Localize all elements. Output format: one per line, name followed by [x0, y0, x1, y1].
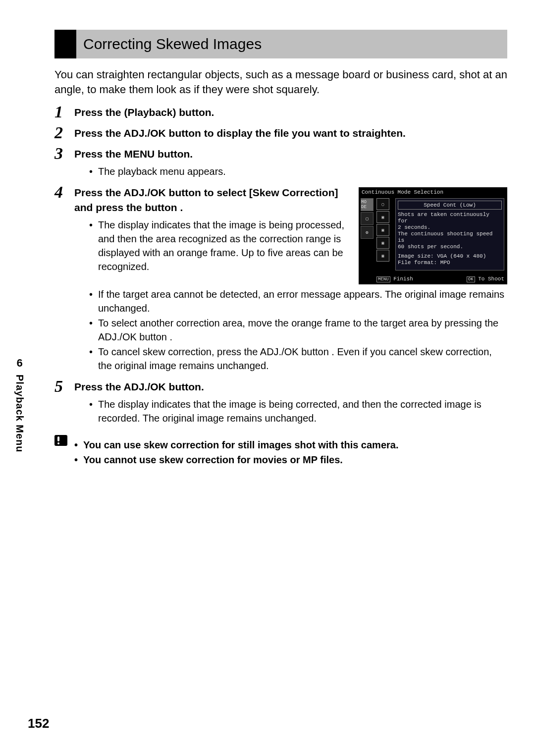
chapter-number: 6 — [16, 357, 22, 370]
step-3: 3 Press the MENU button. The playback me… — [54, 147, 507, 179]
lcd-line-1: Shots are taken continuously for — [398, 212, 502, 224]
lcd-tab-mode: MO DE — [361, 198, 374, 211]
title-black-block — [54, 30, 76, 58]
step-5: 5 Press the ADJ./OK button. The display … — [54, 379, 507, 426]
lcd-tab-camera: ▢ — [361, 212, 374, 225]
step-5-bullet-1: The display indicates that the image is … — [89, 397, 507, 425]
caution-block: You can use skew correction for still im… — [54, 435, 507, 468]
step-number-1: 1 — [54, 105, 74, 120]
lcd-option-icons: ▢ ▣ ▣ ▣ ▣ — [376, 198, 389, 263]
caution-2: You cannot use skew correction for movie… — [74, 453, 507, 467]
lcd-ok-group: OK To Shoot — [467, 276, 504, 282]
step-number-5: 5 — [54, 379, 74, 426]
lcd-line-5: Image size: VGA (640 x 480) — [398, 253, 502, 260]
lcd-mode-tabs: MO DE ▢ ⚙ — [361, 198, 374, 240]
lcd-menu-btn: MENU — [376, 276, 390, 282]
lcd-line-3: The continuous shooting speed is — [398, 231, 502, 244]
step-5-bullets: The display indicates that the image is … — [89, 397, 507, 425]
lcd-ok-btn: OK — [467, 276, 475, 282]
lcd-line-4: 60 shots per second. — [398, 244, 502, 250]
caution-1: You can use skew correction for still im… — [74, 438, 507, 452]
step-4-bullet-2: If the target area cannot be detected, a… — [89, 287, 507, 315]
lcd-menu-group: MENU Finish — [376, 276, 413, 282]
section-title: Correcting Skewed Images — [83, 36, 262, 53]
step-4-bullet-3: To select another correction area, move … — [89, 316, 507, 344]
step-2: 2 Press the ADJ./OK button to display th… — [54, 126, 507, 141]
step-1-head: Press the (Playback) button. — [74, 105, 507, 120]
lcd-line-6: File format: MPO — [398, 260, 502, 266]
step-3-head: Press the MENU button. — [74, 147, 507, 162]
lcd-title: Continuous Mode Selection — [362, 189, 443, 195]
page-number: 152 — [28, 716, 49, 731]
side-chapter-tab: 6 Playback Menu — [14, 357, 25, 453]
step-1: 1 Press the (Playback) button. — [54, 105, 507, 120]
step-number-4: 4 — [54, 185, 74, 374]
section-title-bar: Correcting Skewed Images — [54, 30, 507, 58]
lcd-speed-label: Speed Cont (Low) — [398, 201, 502, 210]
lcd-finish-label: Finish — [393, 276, 413, 282]
step-4: 4 Press the ADJ./OK button to select [Sk… — [54, 185, 507, 374]
lcd-footer: MENU Finish OK To Shoot — [376, 276, 504, 282]
step-4-head: Press the ADJ./OK button to select [Skew… — [74, 185, 349, 215]
step-4-bullet-1: The display indicates that the image is … — [89, 218, 349, 273]
step-4-bullets-a: The display indicates that the image is … — [89, 218, 349, 273]
step-number-2: 2 — [54, 126, 74, 141]
step-4-bullet-4: To cancel skew correction, press the ADJ… — [89, 345, 507, 373]
step-number-3: 3 — [54, 147, 74, 179]
lcd-opt-2: ▣ — [376, 211, 389, 223]
chapter-label: Playback Menu — [14, 375, 25, 453]
lcd-opt-1: ▢ — [376, 198, 389, 210]
step-2-head: Press the ADJ./OK button to display the … — [74, 126, 507, 141]
caution-icon — [54, 435, 67, 446]
intro-paragraph: You can straighten rectangular objects, … — [54, 67, 507, 97]
lcd-opt-5: ▣ — [376, 250, 389, 262]
step-3-bullet-1: The playback menu appears. — [89, 164, 507, 178]
manual-page: Correcting Skewed Images You can straigh… — [0, 0, 535, 756]
lcd-opt-4: ▣ — [376, 237, 389, 249]
camera-lcd-preview: Continuous Mode Selection MO DE ▢ ⚙ ▢ ▣ … — [359, 187, 507, 284]
lcd-line-2: 2 seconds. — [398, 224, 502, 231]
lcd-toshoot-label: To Shoot — [478, 276, 504, 282]
lcd-opt-3: ▣ — [376, 224, 389, 236]
lcd-info-panel: Speed Cont (Low) Shots are taken continu… — [395, 198, 504, 270]
caution-bullets: You can use skew correction for still im… — [74, 438, 507, 467]
step-4-bullets-b: If the target area cannot be detected, a… — [89, 287, 507, 373]
step-5-head: Press the ADJ./OK button. — [74, 379, 507, 394]
caution-icons — [54, 435, 74, 468]
lcd-tab-setup: ⚙ — [361, 226, 374, 239]
step-3-bullets: The playback menu appears. — [89, 164, 507, 178]
